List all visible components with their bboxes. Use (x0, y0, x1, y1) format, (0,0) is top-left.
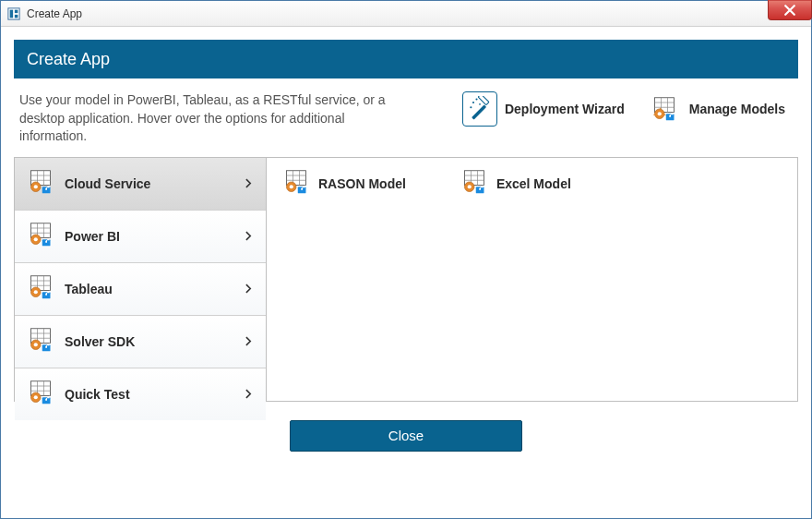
sidebar-item-quick-test[interactable]: Quick Test (15, 368, 266, 420)
sidebar: Cloud Service (15, 158, 267, 401)
svg-rect-2 (15, 9, 18, 13)
window-title: Create App (27, 7, 82, 20)
close-button-label: Close (388, 428, 424, 443)
close-icon (784, 5, 795, 16)
sidebar-item-label: Solver SDK (65, 334, 233, 349)
svg-point-16 (657, 112, 661, 115)
intro-text: Use your model in PowerBI, Tableau, as a… (19, 91, 407, 146)
sidebar-item-tableau[interactable]: Tableau (15, 263, 266, 316)
chevron-right-icon (244, 232, 253, 241)
chevron-right-icon (244, 284, 253, 294)
sheet-gear-icon (28, 274, 54, 304)
svg-rect-5 (472, 104, 486, 119)
window: Create App Create App Use your model in … (0, 0, 812, 519)
chevron-right-icon (244, 179, 253, 188)
sheet-gear-icon (461, 169, 487, 199)
svg-point-40 (34, 290, 38, 294)
titlebar: Create App (1, 1, 811, 27)
manage-models-label: Manage Models (689, 102, 785, 116)
svg-point-24 (34, 185, 38, 188)
sidebar-item-solver-sdk[interactable]: Solver SDK (15, 316, 266, 368)
svg-point-7 (475, 98, 477, 100)
wand-icon (462, 91, 497, 127)
sidebar-item-cloud-service[interactable]: Cloud Service (15, 158, 266, 211)
chevron-right-icon (244, 390, 253, 399)
svg-point-64 (290, 185, 293, 188)
detail-item-label: RASON Model (318, 176, 406, 191)
svg-point-56 (34, 395, 38, 399)
sidebar-item-label: Power BI (65, 229, 233, 244)
sidebar-item-label: Tableau (65, 282, 233, 296)
content: Create App Use your model in PowerBI, Ta… (1, 27, 811, 518)
detail-rason-model[interactable]: RASON Model (283, 169, 406, 199)
sheet-gear-icon (28, 169, 54, 199)
main-panel: Cloud Service (14, 157, 798, 402)
svg-point-32 (34, 237, 38, 241)
sidebar-item-power-bi[interactable]: Power BI (15, 211, 266, 263)
svg-point-72 (468, 185, 472, 188)
manage-models-icon (647, 91, 682, 127)
deployment-wizard-button[interactable]: Deployment Wizard (462, 91, 625, 127)
top-row: Use your model in PowerBI, Tableau, as a… (14, 78, 798, 157)
chevron-right-icon (244, 337, 253, 346)
sheet-gear-icon (283, 169, 309, 199)
svg-point-48 (34, 343, 38, 346)
app-icon (6, 6, 21, 21)
sheet-gear-icon (28, 222, 54, 251)
svg-point-9 (479, 103, 481, 105)
manage-models-button[interactable]: Manage Models (647, 91, 785, 127)
detail-excel-model[interactable]: Excel Model (461, 169, 571, 199)
close-button[interactable]: Close (290, 420, 522, 452)
detail-item-label: Excel Model (496, 176, 571, 191)
window-close-button[interactable] (768, 0, 812, 20)
deployment-wizard-label: Deployment Wizard (505, 102, 625, 116)
svg-point-6 (472, 102, 474, 103)
sheet-gear-icon (28, 327, 54, 356)
dialog-header: Create App (14, 40, 798, 78)
top-actions: Deployment Wizard (425, 91, 793, 127)
sidebar-item-label: Quick Test (65, 387, 233, 402)
svg-point-8 (470, 106, 472, 108)
svg-rect-1 (10, 9, 14, 18)
detail-panel: RASON Model (267, 158, 797, 401)
sheet-gear-icon (28, 380, 54, 409)
sidebar-item-label: Cloud Service (65, 176, 233, 191)
dialog-title: Create App (27, 50, 110, 69)
svg-rect-3 (15, 14, 18, 18)
